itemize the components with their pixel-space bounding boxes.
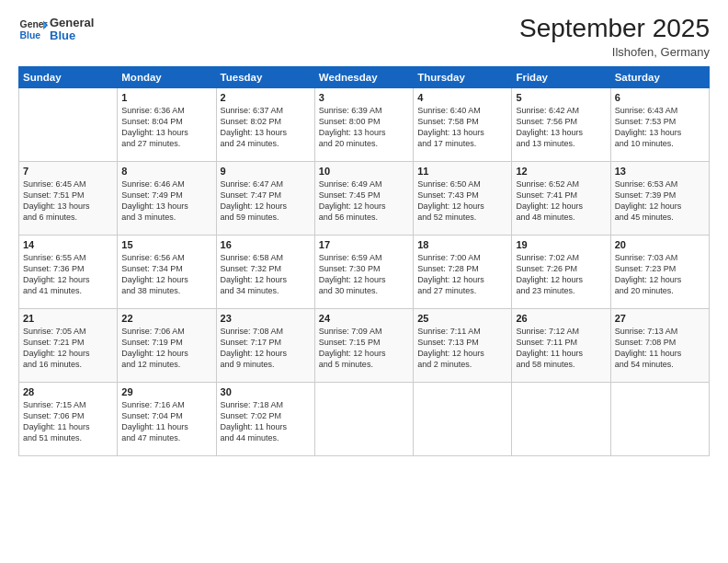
week-row-4: 28Sunrise: 7:15 AM Sunset: 7:06 PM Dayli…: [19, 382, 710, 455]
col-thursday: Thursday: [414, 66, 512, 87]
day-number: 29: [121, 386, 211, 397]
day-info: Sunrise: 6:53 AM Sunset: 7:39 PM Dayligh…: [615, 178, 705, 224]
col-wednesday: Wednesday: [314, 66, 413, 87]
table-row: 10Sunrise: 6:49 AM Sunset: 7:45 PM Dayli…: [314, 161, 413, 235]
table-row: [512, 382, 610, 455]
day-number: 2: [221, 92, 311, 103]
day-info: Sunrise: 6:49 AM Sunset: 7:45 PM Dayligh…: [319, 178, 409, 224]
day-info: Sunrise: 7:09 AM Sunset: 7:15 PM Dayligh…: [319, 326, 409, 371]
day-number: 16: [221, 239, 311, 250]
day-info: Sunrise: 7:13 AM Sunset: 7:08 PM Dayligh…: [615, 326, 705, 371]
table-row: 19Sunrise: 7:02 AM Sunset: 7:26 PM Dayli…: [512, 235, 610, 308]
table-row: 13Sunrise: 6:53 AM Sunset: 7:39 PM Dayli…: [610, 161, 709, 235]
day-info: Sunrise: 7:18 AM Sunset: 7:02 PM Dayligh…: [221, 399, 311, 444]
table-row: 8Sunrise: 6:46 AM Sunset: 7:49 PM Daylig…: [118, 161, 216, 235]
day-number: 15: [121, 239, 211, 250]
logo-line1: General: [50, 17, 94, 29]
table-row: 2Sunrise: 6:37 AM Sunset: 8:02 PM Daylig…: [216, 87, 314, 161]
table-row: 12Sunrise: 6:52 AM Sunset: 7:41 PM Dayli…: [512, 161, 610, 235]
logo: General Blue General Blue: [18, 15, 94, 44]
table-row: 30Sunrise: 7:18 AM Sunset: 7:02 PM Dayli…: [216, 382, 314, 455]
table-row: 3Sunrise: 6:39 AM Sunset: 8:00 PM Daylig…: [314, 87, 413, 161]
day-info: Sunrise: 7:05 AM Sunset: 7:21 PM Dayligh…: [23, 326, 113, 371]
day-number: 28: [23, 386, 113, 397]
logo-line2: Blue: [50, 29, 94, 42]
table-row: [610, 382, 709, 455]
day-info: Sunrise: 6:56 AM Sunset: 7:34 PM Dayligh…: [121, 252, 211, 297]
day-info: Sunrise: 6:39 AM Sunset: 8:00 PM Dayligh…: [319, 105, 409, 150]
day-info: Sunrise: 7:02 AM Sunset: 7:26 PM Dayligh…: [516, 252, 606, 297]
table-row: 27Sunrise: 7:13 AM Sunset: 7:08 PM Dayli…: [610, 308, 709, 382]
day-number: 1: [121, 92, 211, 103]
week-row-1: 7Sunrise: 6:45 AM Sunset: 7:51 PM Daylig…: [19, 161, 710, 235]
day-number: 30: [221, 386, 311, 397]
day-info: Sunrise: 6:40 AM Sunset: 7:58 PM Dayligh…: [417, 105, 507, 150]
day-number: 21: [23, 313, 113, 324]
day-number: 18: [417, 239, 507, 250]
day-info: Sunrise: 6:42 AM Sunset: 7:56 PM Dayligh…: [516, 105, 606, 150]
week-row-2: 14Sunrise: 6:55 AM Sunset: 7:36 PM Dayli…: [19, 235, 710, 308]
day-number: 3: [319, 92, 409, 103]
table-row: 7Sunrise: 6:45 AM Sunset: 7:51 PM Daylig…: [19, 161, 118, 235]
table-row: 14Sunrise: 6:55 AM Sunset: 7:36 PM Dayli…: [19, 235, 118, 308]
table-row: 20Sunrise: 7:03 AM Sunset: 7:23 PM Dayli…: [610, 235, 709, 308]
day-info: Sunrise: 6:52 AM Sunset: 7:41 PM Dayligh…: [516, 178, 606, 224]
day-info: Sunrise: 6:50 AM Sunset: 7:43 PM Dayligh…: [417, 178, 507, 224]
day-info: Sunrise: 6:45 AM Sunset: 7:51 PM Dayligh…: [23, 178, 113, 224]
day-number: 23: [221, 313, 311, 324]
col-saturday: Saturday: [610, 66, 709, 87]
table-row: 9Sunrise: 6:47 AM Sunset: 7:47 PM Daylig…: [216, 161, 314, 235]
table-row: 22Sunrise: 7:06 AM Sunset: 7:19 PM Dayli…: [118, 308, 216, 382]
day-info: Sunrise: 7:00 AM Sunset: 7:28 PM Dayligh…: [417, 252, 507, 297]
table-row: 21Sunrise: 7:05 AM Sunset: 7:21 PM Dayli…: [19, 308, 118, 382]
header-row: Sunday Monday Tuesday Wednesday Thursday…: [19, 66, 710, 87]
day-info: Sunrise: 6:47 AM Sunset: 7:47 PM Dayligh…: [221, 178, 311, 224]
day-number: 12: [516, 166, 606, 177]
week-row-3: 21Sunrise: 7:05 AM Sunset: 7:21 PM Dayli…: [19, 308, 710, 382]
col-tuesday: Tuesday: [216, 66, 314, 87]
day-number: 24: [319, 313, 409, 324]
day-info: Sunrise: 7:03 AM Sunset: 7:23 PM Dayligh…: [615, 252, 705, 297]
day-number: 10: [319, 166, 409, 177]
table-row: 16Sunrise: 6:58 AM Sunset: 7:32 PM Dayli…: [216, 235, 314, 308]
table-row: 15Sunrise: 6:56 AM Sunset: 7:34 PM Dayli…: [118, 235, 216, 308]
day-info: Sunrise: 6:43 AM Sunset: 7:53 PM Dayligh…: [615, 105, 705, 150]
table-row: 23Sunrise: 7:08 AM Sunset: 7:17 PM Dayli…: [216, 308, 314, 382]
table-row: 25Sunrise: 7:11 AM Sunset: 7:13 PM Dayli…: [414, 308, 512, 382]
table-row: 6Sunrise: 6:43 AM Sunset: 7:53 PM Daylig…: [610, 87, 709, 161]
day-number: 7: [23, 166, 113, 177]
day-number: 20: [615, 239, 705, 250]
day-number: 26: [516, 313, 606, 324]
page: General Blue General Blue September 2025…: [0, 0, 728, 563]
month-title: September 2025: [519, 15, 710, 43]
header: General Blue General Blue September 2025…: [18, 15, 710, 59]
day-number: 13: [615, 166, 705, 177]
day-info: Sunrise: 7:15 AM Sunset: 7:06 PM Dayligh…: [23, 399, 113, 444]
table-row: 1Sunrise: 6:36 AM Sunset: 8:04 PM Daylig…: [118, 87, 216, 161]
table-row: [414, 382, 512, 455]
title-block: September 2025 Ilshofen, Germany: [519, 15, 710, 59]
logo-icon: General Blue: [18, 15, 48, 44]
day-info: Sunrise: 6:59 AM Sunset: 7:30 PM Dayligh…: [319, 252, 409, 297]
day-number: 17: [319, 239, 409, 250]
week-row-0: 1Sunrise: 6:36 AM Sunset: 8:04 PM Daylig…: [19, 87, 710, 161]
table-row: 4Sunrise: 6:40 AM Sunset: 7:58 PM Daylig…: [414, 87, 512, 161]
day-number: 6: [615, 92, 705, 103]
day-info: Sunrise: 6:58 AM Sunset: 7:32 PM Dayligh…: [221, 252, 311, 297]
day-info: Sunrise: 7:06 AM Sunset: 7:19 PM Dayligh…: [121, 326, 211, 371]
location: Ilshofen, Germany: [519, 45, 710, 59]
table-row: 26Sunrise: 7:12 AM Sunset: 7:11 PM Dayli…: [512, 308, 610, 382]
day-number: 5: [516, 92, 606, 103]
col-monday: Monday: [118, 66, 216, 87]
table-row: [314, 382, 413, 455]
day-info: Sunrise: 6:36 AM Sunset: 8:04 PM Dayligh…: [121, 105, 211, 150]
day-info: Sunrise: 6:37 AM Sunset: 8:02 PM Dayligh…: [221, 105, 311, 150]
day-number: 22: [121, 313, 211, 324]
day-number: 8: [121, 166, 211, 177]
day-number: 25: [417, 313, 507, 324]
day-number: 4: [417, 92, 507, 103]
day-info: Sunrise: 6:46 AM Sunset: 7:49 PM Dayligh…: [121, 178, 211, 224]
day-info: Sunrise: 7:12 AM Sunset: 7:11 PM Dayligh…: [516, 326, 606, 371]
table-row: [19, 87, 118, 161]
table-row: 17Sunrise: 6:59 AM Sunset: 7:30 PM Dayli…: [314, 235, 413, 308]
